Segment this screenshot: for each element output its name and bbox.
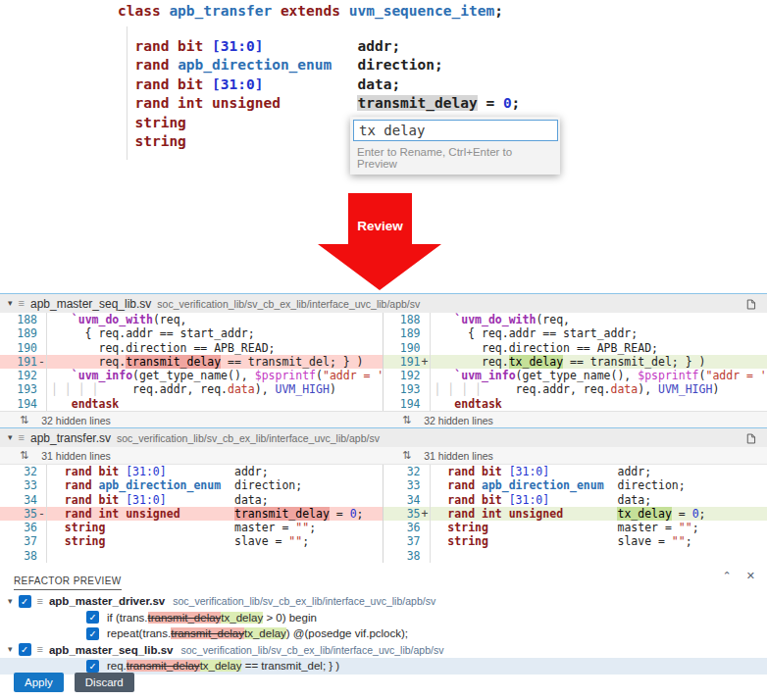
- change-checkbox[interactable]: ✓: [86, 660, 99, 673]
- line-number: 191: [384, 355, 421, 369]
- line-number: 191: [0, 355, 37, 369]
- diff-code-line[interactable]: 190 req.direction == APB_READ;: [0, 341, 383, 355]
- chevron-down-icon[interactable]: ▾: [8, 645, 13, 654]
- change-checkbox[interactable]: ✓: [86, 627, 99, 640]
- rename-widget: Enter to Rename, Ctrl+Enter to Preview: [350, 117, 560, 175]
- code-text: req.transmit_delay == transmit_del; } ): [46, 355, 383, 369]
- open-file-icon[interactable]: [744, 431, 757, 449]
- diff-code-line[interactable]: 37 string slave = "";: [384, 534, 767, 548]
- diff-code-line[interactable]: 38: [384, 549, 767, 563]
- code-token: rand int unsigned: [65, 507, 180, 521]
- preview-change-row[interactable]: ✓repeat(trans.transmit_delaytx_delay) @(…: [0, 625, 767, 642]
- code-token: rand int unsigned: [447, 507, 563, 521]
- code-token: addr;: [549, 465, 651, 478]
- code-token: ),: [255, 382, 276, 396]
- hidden-lines-bar[interactable]: ⇅ 32 hidden lines ⇅ 32 hidden lines: [0, 411, 767, 428]
- code-token: $psprintf: [638, 369, 698, 382]
- line-number: 194: [0, 397, 37, 411]
- diff-code-line[interactable]: 33 rand apb_direction_enum direction;: [0, 478, 383, 492]
- discard-button[interactable]: Discard: [75, 673, 134, 692]
- diff-code-line[interactable]: 188 `uvm_do_with(req,: [0, 313, 383, 326]
- diff-code-line[interactable]: 189 { req.addr == start_addr;: [0, 326, 383, 340]
- code-token: "": [679, 521, 692, 534]
- diff-code-line[interactable]: 32 rand bit [31:0] addr;: [384, 465, 767, 478]
- diff-code-line[interactable]: 188 `uvm_do_with(req,: [384, 313, 767, 326]
- code-token: │ │ │ │: [435, 382, 488, 396]
- diff-code-line[interactable]: 194 endtask: [384, 397, 767, 411]
- diff-code-line[interactable]: 193│ │ │ │ req.addr, req.data), UVM_HIGH…: [0, 382, 383, 396]
- chevron-down-icon[interactable]: ▾: [8, 433, 13, 442]
- code-token: ;: [512, 95, 521, 111]
- unfold-icon[interactable]: ⇅: [20, 415, 28, 425]
- diff-panel-apb-transfer: ▾ ≡ apb_transfer.sv soc_verification_lib…: [0, 427, 767, 564]
- code-token: [435, 369, 455, 382]
- code-token: data: [611, 382, 639, 396]
- diff-code-line[interactable]: 34 rand bit [31:0] data;: [0, 493, 383, 507]
- code-token: │ │ │ │: [51, 382, 105, 396]
- open-file-icon[interactable]: [744, 297, 757, 315]
- code-text: req.direction == APB_READ;: [46, 341, 383, 355]
- file-icon: ≡: [19, 432, 25, 443]
- code-token: [435, 397, 455, 411]
- rename-hint: Enter to Rename, Ctrl+Enter to Preview: [350, 144, 560, 175]
- diff-header[interactable]: ▾ ≡ apb_transfer.sv soc_verification_lib…: [0, 428, 767, 447]
- code-token: string: [134, 115, 185, 130]
- diff-code-line[interactable]: 194 endtask: [0, 397, 383, 411]
- line-number: 35: [384, 507, 421, 521]
- change-checkbox[interactable]: ✓: [86, 611, 99, 624]
- diff-code-line[interactable]: 190 req.direction == APB_READ;: [384, 341, 767, 355]
- code-text: rand int unsigned tx_delay = 0;: [430, 507, 767, 521]
- diff-sign: +: [421, 507, 430, 521]
- diff-code-line[interactable]: 193│ │ │ │ req.addr, req.data), UVM_HIGH…: [384, 382, 767, 396]
- line-number: 36: [384, 521, 421, 534]
- diff-sign: [37, 478, 46, 492]
- preview-file-row[interactable]: ▾✓≡apb_master_seq_lib.svsoc_verification…: [0, 642, 767, 659]
- code-text: { req.addr == start_addr;: [46, 326, 383, 340]
- diff-code-line[interactable]: 36 string master = "";: [0, 521, 383, 534]
- code-token: string: [65, 521, 106, 534]
- hidden-lines-bar[interactable]: ⇅ 31 hidden lines ⇅ 31 hidden lines: [0, 447, 767, 465]
- line-number: 188: [0, 313, 37, 326]
- diff-sign: [421, 493, 430, 507]
- rename-input[interactable]: [353, 120, 558, 141]
- unfold-icon[interactable]: ⇅: [402, 415, 411, 425]
- apply-button[interactable]: Apply: [14, 673, 64, 692]
- preview-filename: apb_master_seq_lib.sv: [49, 644, 174, 656]
- diff-code-line[interactable]: 192 `uvm_info(get_type_name(), $psprintf…: [384, 369, 767, 382]
- chevron-down-icon[interactable]: ▾: [8, 299, 13, 308]
- line-number: 37: [0, 534, 37, 548]
- new-identifier: tx_delay: [200, 660, 242, 672]
- preview-file-row[interactable]: ▾✓≡apb_master_driver.svsoc_verification_…: [0, 593, 767, 610]
- diff-code-line[interactable]: 38: [0, 549, 383, 563]
- collapse-panel-icon[interactable]: ⌃: [723, 570, 732, 582]
- chevron-down-icon[interactable]: ▾: [8, 597, 13, 606]
- close-panel-icon[interactable]: ✕: [746, 570, 755, 582]
- code-token: `uvm_info: [72, 369, 132, 382]
- diff-code-line[interactable]: 32 rand bit [31:0] addr;: [0, 465, 383, 478]
- code-token: `uvm_info: [454, 369, 515, 382]
- code-token: [118, 57, 134, 73]
- diff-code-line[interactable]: 34 rand bit [31:0] data;: [384, 493, 767, 507]
- unfold-icon[interactable]: ⇅: [402, 450, 411, 461]
- diff-code-line[interactable]: 33 rand apb_direction_enum direction;: [384, 478, 767, 492]
- unfold-icon[interactable]: ⇅: [20, 450, 28, 461]
- change-text: repeat(trans.transmit_delaytx_delay) @(p…: [107, 627, 408, 639]
- diff-code-line[interactable]: 36 string master = "";: [384, 521, 767, 534]
- diff-code-line[interactable]: 37 string slave = "";: [0, 534, 383, 548]
- diff-code-line[interactable]: 191- req.transmit_delay == transmit_del;…: [0, 355, 383, 369]
- file-checkbox[interactable]: ✓: [19, 643, 31, 656]
- code-token: [281, 95, 358, 111]
- code-text: string master = "";: [46, 521, 383, 534]
- new-identifier: tx_delay: [244, 627, 286, 639]
- diff-code-line[interactable]: 191+ req.tx_delay == transmit_del; } ): [384, 355, 767, 369]
- file-checkbox[interactable]: ✓: [19, 595, 31, 608]
- diff-code-line[interactable]: 35- rand int unsigned transmit_delay = 0…: [0, 507, 383, 521]
- preview-change-row[interactable]: ✓if (trans.transmit_delaytx_delay > 0) b…: [0, 610, 767, 626]
- diff-code-line[interactable]: 35+ rand int unsigned tx_delay = 0;: [384, 507, 767, 521]
- diff-code-line[interactable]: 189 { req.addr == start_addr;: [384, 326, 767, 340]
- diff-code-line[interactable]: 192 `uvm_info(get_type_name(), $psprintf…: [0, 369, 383, 382]
- diff-header[interactable]: ▾ ≡ apb_master_seq_lib.sv soc_verificati…: [0, 294, 767, 313]
- code-token: 0: [503, 95, 512, 111]
- code-token: apb_direction_enum: [482, 478, 604, 492]
- code-token: slave =: [488, 534, 672, 548]
